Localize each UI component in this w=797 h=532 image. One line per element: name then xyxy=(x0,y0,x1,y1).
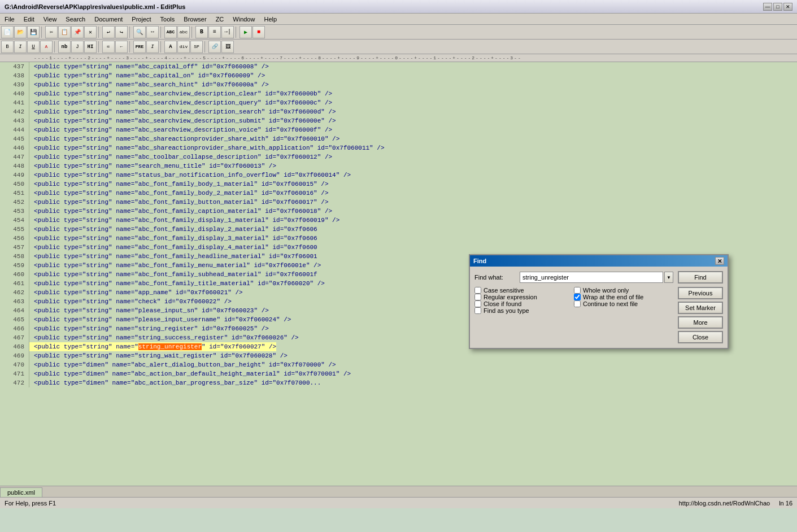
line-number: 437 xyxy=(0,62,29,71)
line-content: <public type="string" name="search_menu_… xyxy=(29,162,276,171)
find-dialog: Find ✕ Find what: ▼ Find Case sensitive … xyxy=(469,254,729,349)
tb2-btn1[interactable]: B xyxy=(1,41,14,53)
line-content: <public type="string" name="string_regis… xyxy=(29,324,269,333)
open-btn[interactable]: 📂 xyxy=(14,26,27,38)
table-row: 451 <public type="string" name="abc_font… xyxy=(0,189,797,198)
tb2-img[interactable]: 🖼 xyxy=(221,41,234,53)
find-what-input[interactable] xyxy=(520,272,663,283)
menu-item-view[interactable]: View xyxy=(39,14,62,24)
line-number: 471 xyxy=(0,369,29,378)
dialog-buttons: Previous Set Marker More Close xyxy=(673,287,723,343)
status-help: For Help, press F1 xyxy=(5,500,56,507)
tb2-btn8[interactable]: ≔ xyxy=(102,41,115,53)
line-number: 442 xyxy=(0,107,29,116)
cut-btn[interactable]: ✂ xyxy=(45,26,58,38)
menu-item-edit[interactable]: Edit xyxy=(19,14,39,24)
menu-item-search[interactable]: Search xyxy=(61,14,90,24)
line-content: <public type="string" name="abc_font_fam… xyxy=(29,198,329,207)
line-content: <public type="string" name="abc_searchvi… xyxy=(29,89,332,98)
tb2-btn4[interactable]: A xyxy=(40,41,53,53)
tb2-div[interactable]: div xyxy=(177,41,190,53)
case-sensitive-checkbox[interactable] xyxy=(474,287,481,294)
line-content: <public type="string" name="abc_font_fam… xyxy=(29,234,317,243)
run-btn[interactable]: ▶ xyxy=(239,26,252,38)
more-button[interactable]: More xyxy=(678,316,723,329)
line-content: <public type="string" name="abc_search_h… xyxy=(29,80,269,89)
previous-button[interactable]: Previous xyxy=(678,287,723,299)
menu-item-window[interactable]: Window xyxy=(228,14,259,24)
line-number: 438 xyxy=(0,71,29,80)
menu-item-file[interactable]: File xyxy=(0,14,19,24)
close-if-found-checkbox[interactable] xyxy=(474,300,481,307)
menu-item-tools[interactable]: Tools xyxy=(156,14,180,24)
align-btn[interactable]: ≡ xyxy=(208,26,221,38)
line-content: <public type="dimen" name="abc_action_ba… xyxy=(29,369,351,378)
dialog-close-button[interactable]: ✕ xyxy=(715,257,724,265)
line-number: 463 xyxy=(0,297,29,306)
save-btn[interactable]: 💾 xyxy=(27,26,40,38)
tb2-btn3[interactable]: U xyxy=(27,41,40,53)
line-content: <public type="string" name="abc_shareact… xyxy=(29,143,385,152)
tb2-btn2[interactable]: I xyxy=(14,41,27,53)
line-content: <public type="string" name="string_unreg… xyxy=(29,342,276,351)
find-input-container: ▼ xyxy=(520,272,673,283)
line-number: 454 xyxy=(0,216,29,225)
tb2-btn5[interactable]: nb xyxy=(58,41,71,53)
tab-public-xml[interactable]: public.xml xyxy=(0,487,42,497)
tb2-btn7[interactable]: HI xyxy=(84,41,97,53)
menu-item-project[interactable]: Project xyxy=(127,14,155,24)
line-content: <public type="string" name="abc_capital_… xyxy=(29,62,269,71)
redo-btn[interactable]: ↪ xyxy=(115,26,128,38)
tb2-a[interactable]: A xyxy=(164,41,177,53)
menu-item-document[interactable]: Document xyxy=(90,14,127,24)
tb2-btn9[interactable]: ← xyxy=(115,41,128,53)
tb2-link[interactable]: 🔗 xyxy=(208,41,221,53)
bold-btn[interactable]: B xyxy=(195,26,208,38)
undo-btn[interactable]: ↩ xyxy=(102,26,115,38)
tb2-btn6[interactable]: J xyxy=(71,41,84,53)
abc-btn[interactable]: ABC xyxy=(164,26,177,38)
delete-btn[interactable]: ✕ xyxy=(84,26,97,38)
table-row: 437 <public type="string" name="abc_capi… xyxy=(0,62,797,71)
table-row: 471 <public type="dimen" name="abc_actio… xyxy=(0,369,797,378)
maximize-button[interactable]: □ xyxy=(773,3,782,11)
close-button[interactable]: ✕ xyxy=(783,3,792,11)
continue-checkbox[interactable] xyxy=(574,300,581,307)
stop-btn[interactable]: ■ xyxy=(252,26,265,38)
menu-item-help[interactable]: Help xyxy=(259,14,281,24)
title-text: G:\Android\Reverse\APK\app\res\values\pu… xyxy=(5,3,763,10)
abc2-btn[interactable]: abc xyxy=(177,26,190,38)
paste-btn[interactable]: 📌 xyxy=(71,26,84,38)
table-row: 446 <public type="string" name="abc_shar… xyxy=(0,143,797,152)
options-and-buttons: Case sensitive Regular expression Close … xyxy=(474,287,723,343)
tb2-i[interactable]: I xyxy=(146,41,159,53)
toolbar-format: B I U A nb J HI ≔ ← PRE I A div SP 🔗 🖼 xyxy=(0,40,797,54)
replace-btn[interactable]: ↔ xyxy=(146,26,159,38)
dialog-body: Find what: ▼ Find Case sensitive Regular… xyxy=(470,267,728,348)
find-button[interactable]: Find xyxy=(678,271,723,284)
title-bar: G:\Android\Reverse\APK\app\res\values\pu… xyxy=(0,0,797,14)
close-dialog-button[interactable]: Close xyxy=(678,331,723,343)
case-sensitive-check: Case sensitive xyxy=(474,287,569,294)
find-as-you-type-checkbox[interactable] xyxy=(474,307,481,314)
set-marker-button[interactable]: Set Marker xyxy=(678,302,723,314)
menu-item-zc[interactable]: ZC xyxy=(211,14,229,24)
line-number: 457 xyxy=(0,243,29,252)
wrap-checkbox[interactable] xyxy=(574,294,581,300)
tb2-pre[interactable]: PRE xyxy=(133,41,146,53)
find-dropdown-button[interactable]: ▼ xyxy=(664,272,673,283)
new-btn[interactable]: 📄 xyxy=(1,26,14,38)
footer-url: http://blog.csdn.net/RodWnlChao xyxy=(679,500,770,507)
indent-btn[interactable]: →| xyxy=(221,26,234,38)
table-row: 439 <public type="string" name="abc_sear… xyxy=(0,80,797,89)
line-number: 465 xyxy=(0,315,29,324)
regular-expression-checkbox[interactable] xyxy=(474,294,481,300)
line-number: 468 xyxy=(0,342,29,351)
menu-item-browser[interactable]: Browser xyxy=(179,14,211,24)
copy-btn[interactable]: 📋 xyxy=(58,26,71,38)
line-number: 447 xyxy=(0,152,29,162)
minimize-button[interactable]: — xyxy=(763,3,772,11)
find-btn[interactable]: 🔍 xyxy=(133,26,146,38)
whole-word-checkbox[interactable] xyxy=(574,287,581,294)
tb2-sp[interactable]: SP xyxy=(190,41,203,53)
